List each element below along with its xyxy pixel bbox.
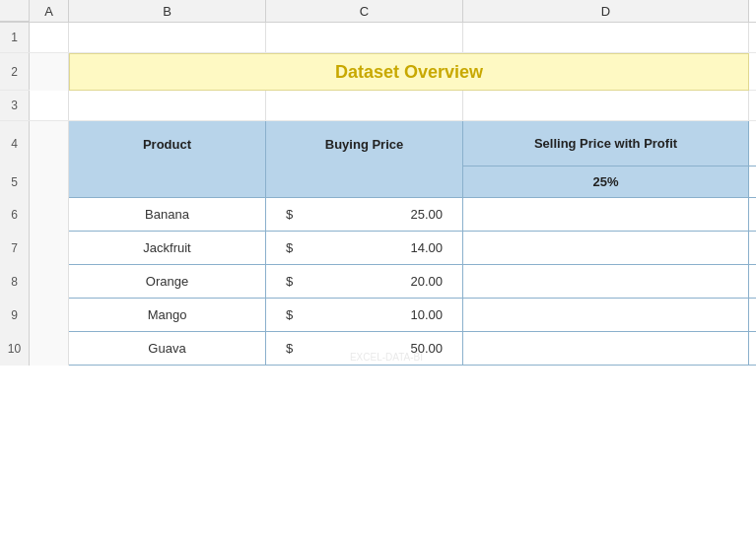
row-1: 1 [0,23,756,53]
row-num-3: 3 [0,91,30,120]
header-product: Product [69,121,266,167]
selling-mango [463,299,749,332]
cell-a3 [30,91,69,120]
price-banana: $ 25.00 [266,198,463,232]
header-buying-5 [266,167,463,198]
row-num-1: 1 [0,23,30,52]
header-buying-price: Buying Price [266,121,463,167]
header-product-5 [69,167,266,198]
cell-d3 [463,91,749,120]
row-2: 2 Dataset Overview [0,53,756,91]
col-header-a: A [30,0,69,22]
product-mango: Mango [69,299,266,332]
price-mango: $ 10.00 [266,299,463,332]
cell-d1 [463,23,749,52]
price-jackfruit: $ 14.00 [266,232,463,265]
header-selling-price: Selling Price with Profit [463,121,749,167]
title-cell: Dataset Overview [69,53,749,91]
price-orange: $ 20.00 [266,265,463,299]
product-jackfruit: Jackfruit [69,232,266,265]
row-num-9: 9 [0,299,30,332]
corner-cell [0,0,30,22]
col-header-d: D [463,0,749,22]
row-8: 8 Orange $ 20.00 [0,265,756,299]
cell-b1 [69,23,266,52]
row-6: 6 Banana $ 25.00 [0,198,756,232]
product-orange: Orange [69,265,266,299]
row-3: 3 [0,91,756,121]
price-guava: $ 50.00 EXCEL-DATA-BI [266,332,463,366]
selling-jackfruit [463,232,749,265]
cell-a6 [30,198,69,232]
row-7: 7 Jackfruit $ 14.00 [0,232,756,265]
row-num-8: 8 [0,265,30,299]
cell-a5 [30,167,69,198]
row-9: 9 Mango $ 10.00 [0,299,756,332]
row-num-5: 5 [0,167,30,198]
cell-a10 [30,332,69,366]
cell-a7 [30,232,69,265]
row-5: 5 25% [0,167,756,198]
row-10: 10 Guava $ 50.00 EXCEL-DATA-BI [0,332,756,366]
row-num-6: 6 [0,198,30,232]
cell-a8 [30,265,69,299]
row-num-10: 10 [0,332,30,366]
row-4: 4 Product Buying Price Selling Price wit… [0,121,756,167]
cell-c1 [266,23,463,52]
cell-b3 [69,91,266,120]
cell-a4 [30,121,69,167]
row-num-7: 7 [0,232,30,265]
selling-orange [463,265,749,299]
product-guava: Guava [69,332,266,366]
cell-c3 [266,91,463,120]
row-num-4: 4 [0,121,30,167]
cell-a2 [30,53,69,91]
column-headers: A B C D [0,0,756,23]
col-header-c: C [266,0,463,22]
row-num-2: 2 [0,53,30,90]
header-percent: 25% [463,167,749,198]
product-banana: Banana [69,198,266,232]
cell-a1 [30,23,69,52]
selling-banana [463,198,749,232]
spreadsheet-title: Dataset Overview [335,62,483,83]
col-header-b: B [69,0,266,22]
selling-guava [463,332,749,366]
cell-a9 [30,299,69,332]
spreadsheet: A B C D 1 2 Dataset Overview 3 4 Product [0,0,756,533]
